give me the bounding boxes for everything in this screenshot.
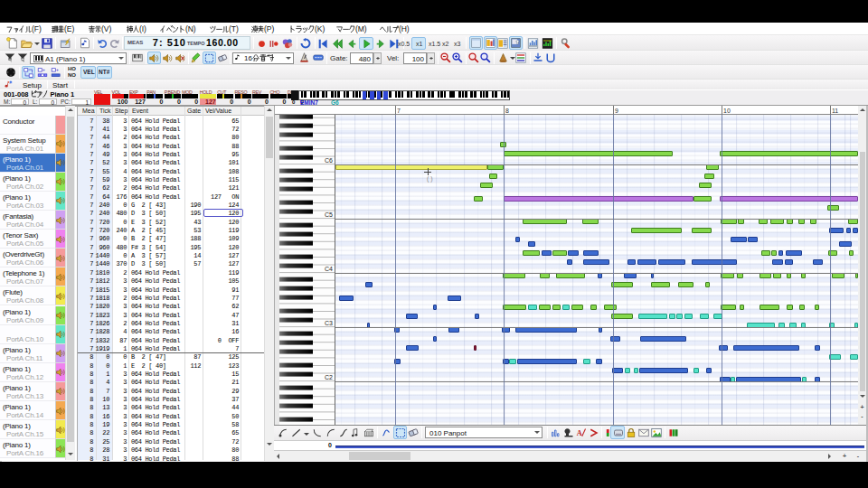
svg-text:+: +: [56, 68, 59, 72]
svg-text:C3: C3: [325, 320, 333, 326]
svg-text:+: +: [42, 68, 45, 72]
svg-text:C6: C6: [325, 157, 333, 164]
svg-text:C4: C4: [325, 266, 333, 272]
svg-text:C2: C2: [325, 374, 333, 380]
svg-text:C5: C5: [325, 211, 333, 218]
svg-text:A: A: [577, 429, 582, 437]
